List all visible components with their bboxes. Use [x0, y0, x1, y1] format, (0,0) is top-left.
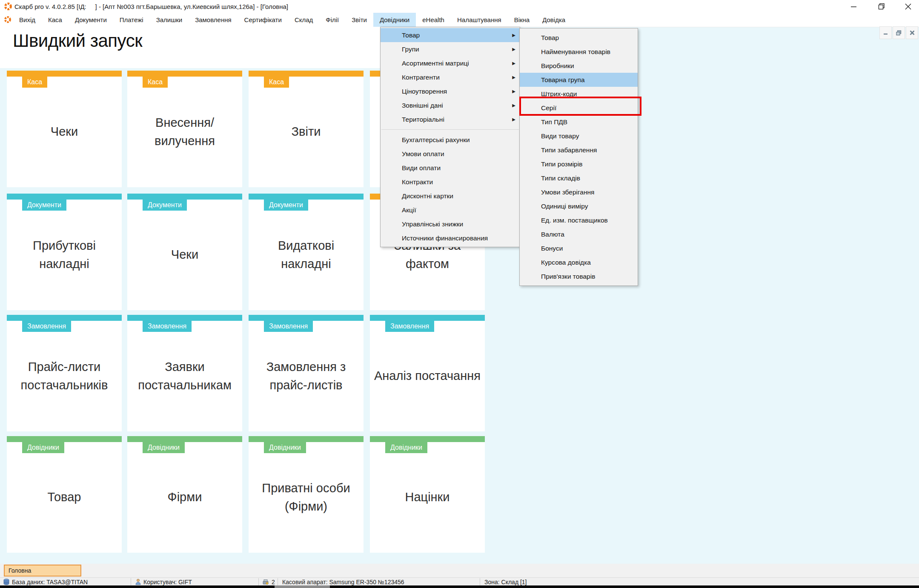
- statusbar-zone-label: Зона: Склад [1]: [484, 579, 527, 585]
- submenu-item-umovy-zberihannia[interactable]: Умови зберігання: [520, 185, 638, 199]
- tile-label: Приватні особи (Фірми): [253, 442, 359, 553]
- tile-zaiavky-postachalnykam[interactable]: Замовлення Заявки постачальникам: [127, 315, 242, 431]
- tile-label: Аналіз постачання: [374, 321, 481, 431]
- tovar-submenu: Товар Найменування товарів Виробники Тов…: [519, 28, 638, 286]
- menu-dokumenty[interactable]: Документи: [69, 13, 113, 27]
- submenu-arrow-icon: ▶: [512, 84, 515, 98]
- menu-item-upravlinski-znyzhky[interactable]: Управлінські знижки: [381, 217, 520, 231]
- statusbar-separator: [258, 578, 259, 585]
- menu-dovidka[interactable]: Довідка: [536, 13, 572, 27]
- menu-filii[interactable]: Філії: [319, 13, 345, 27]
- mdi-minimize-button[interactable]: [879, 26, 892, 39]
- user-icon: [135, 579, 141, 585]
- menu-item-kontrahenty[interactable]: Контрагенти ▶: [381, 70, 520, 84]
- menu-zamovlennia[interactable]: Замовлення: [189, 13, 238, 27]
- menu-sklad[interactable]: Склад: [288, 13, 319, 27]
- menu-item-tsinoutvorennia[interactable]: Ціноутворення ▶: [381, 84, 520, 98]
- tile-label: Звіти: [253, 77, 359, 187]
- tile-firmy[interactable]: Довідники Фірми: [127, 436, 242, 553]
- tile-label: Видаткові накладні: [253, 200, 359, 310]
- menu-item-terytorialni[interactable]: Територіальні ▶: [381, 112, 520, 126]
- tile-label: Чеки: [11, 77, 117, 187]
- submenu-item-tovarna-hrupa[interactable]: Товарна група: [520, 73, 638, 87]
- menu-item-aktsii[interactable]: Акції: [381, 203, 520, 217]
- submenu-item-vydy-tovaru[interactable]: Види товару: [520, 129, 638, 143]
- tile-pryvatni-osoby[interactable]: Довідники Приватні особи (Фірми): [249, 436, 364, 553]
- menu-item-istochniki-finansirovaniya[interactable]: Источники финансирования: [381, 231, 520, 245]
- statusbar-separator: [278, 578, 278, 585]
- menu-item-label: Асортиментні матриці: [402, 60, 469, 67]
- close-button[interactable]: [899, 0, 917, 13]
- menu-item-label: Групи: [402, 46, 419, 53]
- menu-item-vydy-oplaty[interactable]: Види оплати: [381, 161, 520, 175]
- menu-item-dyskontni-kartky[interactable]: Дисконтні картки: [381, 189, 520, 203]
- statusbar-user-label: Користувач: GIFT: [143, 579, 192, 585]
- tile-category-bar: [249, 315, 364, 321]
- menu-ehealth[interactable]: eHealth: [416, 13, 451, 27]
- menu-nalashtuvannia[interactable]: Налаштування: [451, 13, 508, 27]
- window-title: Скарб pro v. 4.0.2.85 [ІД: ] - [Апт №003…: [14, 3, 288, 10]
- menu-item-hrupy[interactable]: Групи ▶: [381, 42, 520, 56]
- tile-prybutkovi-nakladni[interactable]: Документи Прибуткові накладні: [7, 194, 122, 310]
- menu-item-label: Контрагенти: [402, 74, 440, 81]
- tile-prais-lysty-postachalnykiv[interactable]: Замовлення Прайс-листи постачальників: [7, 315, 122, 431]
- menu-vyhid[interactable]: Вихід: [13, 13, 42, 27]
- tile-natsinky[interactable]: Довідники Націнки: [370, 436, 485, 553]
- tile-category-bar: [127, 71, 242, 77]
- submenu-item-typ-pdv[interactable]: Тип ПДВ: [520, 115, 638, 129]
- submenu-item-typy-zabarvlennia[interactable]: Типи забарвлення: [520, 143, 638, 157]
- menu-item-bukhhalterski-rakhunky[interactable]: Бухгалтерські рахунки: [381, 133, 520, 147]
- tile-category-bar: [127, 315, 242, 321]
- submenu-item-odynytsi-vymiru[interactable]: Одиниці виміру: [520, 199, 638, 213]
- mdi-restore-button[interactable]: [893, 26, 905, 39]
- submenu-item-ed-izm-postavshchikov[interactable]: Ед. изм. поставщиков: [520, 213, 638, 227]
- tile-vydatkovi-nakladni[interactable]: Документи Видаткові накладні: [249, 194, 364, 310]
- submenu-item-valiuta[interactable]: Валюта: [520, 227, 638, 241]
- submenu-item-typy-rozmiriv[interactable]: Типи розмірів: [520, 157, 638, 171]
- menu-item-tovar[interactable]: Товар ▶: [381, 28, 520, 42]
- menu-zvity[interactable]: Звіти: [345, 13, 373, 27]
- submenu-item-kursova-dovidka[interactable]: Курсова довідка: [520, 255, 638, 269]
- page-title: Швидкий запуск: [13, 31, 142, 51]
- cash-register-icon: [262, 579, 269, 585]
- submenu-item-pryviazky-tovariv[interactable]: Прив'язки товарів: [520, 269, 638, 283]
- taskbar-segment: [275, 585, 330, 588]
- menu-sertyfikaty[interactable]: Сертифікати: [238, 13, 288, 27]
- tile-label: Націнки: [374, 442, 481, 553]
- menu-kasa[interactable]: Каса: [42, 13, 69, 27]
- tile-zamovlennia-z-prais-lystiv[interactable]: Замовлення Замовлення з прайс-листів: [249, 315, 364, 431]
- menu-zalyshky[interactable]: Залишки: [150, 13, 189, 27]
- menu-item-kontrakty[interactable]: Контракти: [381, 175, 520, 189]
- submenu-item-naimenuvannia-tovariv[interactable]: Найменування товарів: [520, 45, 638, 59]
- tile-label: Товар: [11, 442, 117, 553]
- status-bar: База даних: TASA3@TITAN Користувач: GIFT…: [0, 577, 919, 586]
- tab-holovna[interactable]: Головна: [4, 565, 81, 577]
- menu-item-zovnishni-dani[interactable]: Зовнішні дані ▶: [381, 98, 520, 112]
- tile-label: Заявки постачальникам: [132, 321, 238, 431]
- tile-zvity-kasa[interactable]: Каса Звіти: [249, 71, 364, 187]
- statusbar-database-label: База даних: TASA3@TITAN: [12, 579, 88, 585]
- tile-cheky-kasa[interactable]: Каса Чеки: [7, 71, 122, 187]
- tile-category-bar: [7, 71, 122, 77]
- submenu-item-typy-skladiv[interactable]: Типи складів: [520, 171, 638, 185]
- tile-category-bar: [7, 194, 122, 200]
- tile-tovar[interactable]: Довідники Товар: [7, 436, 122, 553]
- submenu-item-bonusy[interactable]: Бонуси: [520, 241, 638, 255]
- tile-analiz-postachannia[interactable]: Замовлення Аналіз постачання: [370, 315, 485, 431]
- menu-item-umovy-oplaty[interactable]: Умови оплати: [381, 147, 520, 161]
- mdi-close-button[interactable]: [906, 26, 918, 39]
- menu-platezhi[interactable]: Платежі: [113, 13, 150, 27]
- menu-dovidnyky[interactable]: Довідники: [373, 13, 416, 27]
- submenu-item-tovar[interactable]: Товар: [520, 31, 638, 45]
- menu-item-label: Територіальні: [402, 116, 444, 123]
- tile-cheky-dokumenty[interactable]: Документи Чеки: [127, 194, 242, 310]
- menu-item-asortymentni-matrytsi[interactable]: Асортиментні матриці ▶: [381, 56, 520, 70]
- submenu-arrow-icon: ▶: [512, 28, 515, 42]
- menu-vikna[interactable]: Вікна: [508, 13, 536, 27]
- tile-category-bar: [249, 436, 364, 442]
- restore-button[interactable]: [872, 0, 891, 13]
- minimize-button[interactable]: [844, 0, 863, 13]
- highlight-red-box: [519, 97, 641, 116]
- submenu-item-vyrobnyky[interactable]: Виробники: [520, 59, 638, 73]
- tile-vnesennia-vyluchennia[interactable]: Каса Внесення/вилучення: [127, 71, 242, 187]
